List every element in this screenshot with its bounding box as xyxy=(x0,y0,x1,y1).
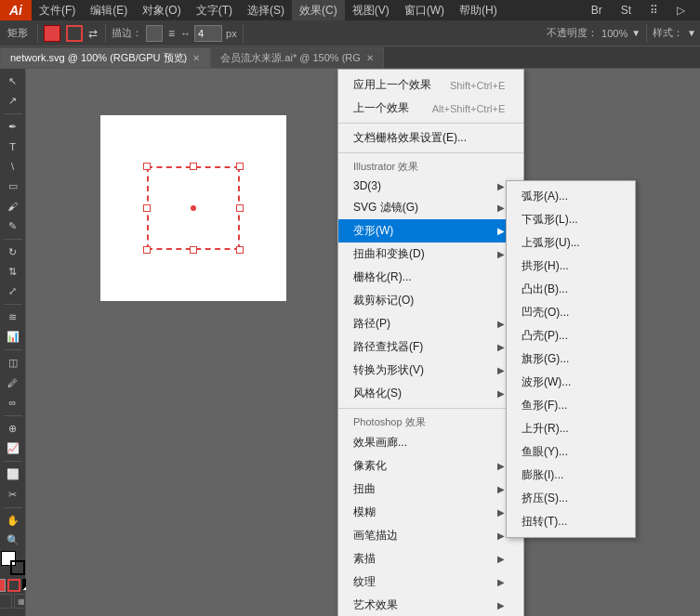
menu-sketch[interactable]: 素描 ▶ xyxy=(338,547,523,570)
warp-inflate[interactable]: 膨胀(I)... xyxy=(507,464,635,487)
menu-text[interactable]: 文字(T) xyxy=(189,0,240,20)
menu-stylize[interactable]: 风格化(S) ▶ xyxy=(338,382,523,405)
hand-tool[interactable]: ✋ xyxy=(3,512,23,530)
handle-bottom-center[interactable] xyxy=(190,246,197,254)
right-tab-st[interactable]: St xyxy=(614,0,639,20)
handle-mid-left[interactable] xyxy=(143,204,151,212)
eyedropper-tool[interactable]: 🖉 xyxy=(3,374,23,392)
warp-fish[interactable]: 鱼形(F)... xyxy=(507,394,635,417)
stroke-color-box[interactable] xyxy=(10,560,25,575)
warp-arc-lower[interactable]: 下弧形(L)... xyxy=(507,208,635,231)
reflect-tool[interactable]: ⇅ xyxy=(3,263,23,281)
symbol-sprayer[interactable]: ⊕ xyxy=(3,420,23,438)
menu-edit[interactable]: 编辑(E) xyxy=(83,0,135,20)
menu-convert-shape[interactable]: 转换为形状(V) ▶ xyxy=(338,359,523,382)
warp-tool[interactable]: ≋ xyxy=(3,308,23,326)
handle-bottom-left[interactable] xyxy=(143,246,151,254)
warp-rise[interactable]: 上升(R)... xyxy=(507,417,635,440)
rotate-tool[interactable]: ↻ xyxy=(3,243,23,261)
menu-pixelate[interactable]: 像素化 ▶ xyxy=(338,454,523,478)
menu-last-effect[interactable]: 上一个效果 Alt+Shift+Ctrl+E xyxy=(338,97,523,120)
column-graph[interactable]: 📈 xyxy=(3,439,23,457)
menu-path[interactable]: 路径(P) ▶ xyxy=(338,312,523,335)
menu-blur[interactable]: 模糊 ▶ xyxy=(338,501,523,524)
swap-fill-stroke-icon[interactable]: ⇄ xyxy=(86,27,99,40)
menu-effect-gallery[interactable]: 效果画廊... xyxy=(338,431,523,454)
size-label: ↔ xyxy=(180,28,191,39)
stylize-arrow: ▶ xyxy=(497,388,505,399)
style-arrow[interactable]: ▼ xyxy=(687,28,696,38)
warp-squeeze[interactable]: 挤压(S)... xyxy=(507,487,635,510)
handle-top-left[interactable] xyxy=(143,163,151,170)
handle-top-right[interactable] xyxy=(236,163,244,170)
menu-object[interactable]: 对象(O) xyxy=(135,0,188,20)
warp-arc[interactable]: 弧形(A)... xyxy=(507,185,635,208)
menu-warp[interactable]: 变形(W) ▶ xyxy=(338,219,523,242)
color-mode-icon[interactable] xyxy=(0,594,12,609)
direct-selection-tool[interactable]: ↗ xyxy=(3,92,23,110)
gradient-tool[interactable]: ◫ xyxy=(3,354,23,372)
warp-arc-upper[interactable]: 上弧形(U)... xyxy=(507,231,635,255)
workspace-icon[interactable]: ⠿ xyxy=(642,0,666,20)
menu-brush-strokes[interactable]: 画笔描边 ▶ xyxy=(338,524,523,547)
stroke-swatch[interactable] xyxy=(66,25,83,42)
warp-flag-label: 旗形(G)... xyxy=(522,351,569,367)
rect-tool[interactable]: ▭ xyxy=(3,177,23,195)
warp-fisheye[interactable]: 鱼眼(Y)... xyxy=(507,440,635,464)
warp-twist[interactable]: 扭转(T)... xyxy=(507,510,635,533)
menu-window[interactable]: 窗口(W) xyxy=(397,0,452,20)
menu-effect[interactable]: 效果(C) xyxy=(292,0,345,20)
artboard-tool[interactable]: ⬜ xyxy=(3,465,23,483)
warp-shell-lower[interactable]: 凹壳(O)... xyxy=(507,301,635,324)
selection-tool[interactable]: ↖ xyxy=(3,72,23,90)
share-icon[interactable]: ▷ xyxy=(669,0,693,20)
paintbrush-tool[interactable]: 🖌 xyxy=(3,197,23,215)
tab-network-svg[interactable]: network.svg @ 100% (RGB/GPU 预览) ✕ xyxy=(0,47,210,68)
menu-3d[interactable]: 3D(3) ▶ xyxy=(338,176,523,196)
menu-help[interactable]: 帮助(H) xyxy=(452,0,505,20)
menu-artistic[interactable]: 艺术效果 ▶ xyxy=(338,594,523,616)
tab-network-svg-close[interactable]: ✕ xyxy=(192,53,200,63)
menu-texture[interactable]: 纹理 ▶ xyxy=(338,570,523,594)
menu-apply-last-effect[interactable]: 应用上一个效果 Shift+Ctrl+E xyxy=(338,73,523,97)
menu-select[interactable]: 选择(S) xyxy=(240,0,292,20)
menu-rasterize[interactable]: 栅格化(R)... xyxy=(338,266,523,289)
menu-pathfinder[interactable]: 路径查找器(F) ▶ xyxy=(338,335,523,359)
blur-arrow: ▶ xyxy=(497,507,505,518)
align-icon[interactable]: ≡ xyxy=(166,27,177,40)
stroke-color-btn[interactable] xyxy=(146,25,163,42)
menu-doc-raster[interactable]: 文档栅格效果设置(E)... xyxy=(338,126,523,150)
stroke-size-input[interactable]: 4 xyxy=(194,25,222,42)
menu-file[interactable]: 文件(F) xyxy=(32,0,83,20)
warp-shell-upper[interactable]: 凸壳(P)... xyxy=(507,324,635,347)
pencil-tool[interactable]: ✎ xyxy=(3,216,23,234)
handle-mid-right[interactable] xyxy=(236,204,244,212)
slice-tool[interactable]: ✂ xyxy=(3,485,23,503)
menu-distort-ps[interactable]: 扭曲 ▶ xyxy=(338,478,523,501)
warp-bulge[interactable]: 凸出(B)... xyxy=(507,278,635,301)
right-tab-br[interactable]: Br xyxy=(584,0,610,20)
zoom-tool[interactable]: 🔍 xyxy=(3,531,23,549)
menu-crop-marks[interactable]: 裁剪标记(O) xyxy=(338,289,523,312)
warp-arch[interactable]: 拱形(H)... xyxy=(507,255,635,278)
line-tool[interactable]: \ xyxy=(3,158,23,176)
text-tool[interactable]: T xyxy=(3,138,23,156)
tab-membership-close[interactable]: ✕ xyxy=(366,53,374,63)
blend-tool[interactable]: ∞ xyxy=(3,394,23,412)
handle-bottom-right[interactable] xyxy=(236,246,244,254)
menu-svg-filters[interactable]: SVG 滤镜(G) ▶ xyxy=(338,196,523,219)
scale-tool[interactable]: ⤢ xyxy=(3,282,23,300)
warp-flag[interactable]: 旗形(G)... xyxy=(507,347,635,371)
handle-top-center[interactable] xyxy=(190,163,197,170)
warp-wave[interactable]: 波形(W)... xyxy=(507,371,635,394)
fill-swatch[interactable] xyxy=(44,25,60,42)
graph-tool[interactable]: 📊 xyxy=(3,328,23,346)
blur-label: 模糊 xyxy=(353,505,376,520)
opacity-arrow[interactable]: ▼ xyxy=(631,28,641,38)
active-stroke-box[interactable] xyxy=(7,579,20,592)
menu-view[interactable]: 视图(V) xyxy=(345,0,397,20)
pen-tool[interactable]: ✒ xyxy=(3,118,23,136)
menu-distort[interactable]: 扭曲和变换(D) ▶ xyxy=(338,242,523,266)
active-fill-box[interactable] xyxy=(0,579,6,592)
tab-membership[interactable]: 会员流水来源.ai* @ 150% (RG ✕ xyxy=(210,47,384,68)
